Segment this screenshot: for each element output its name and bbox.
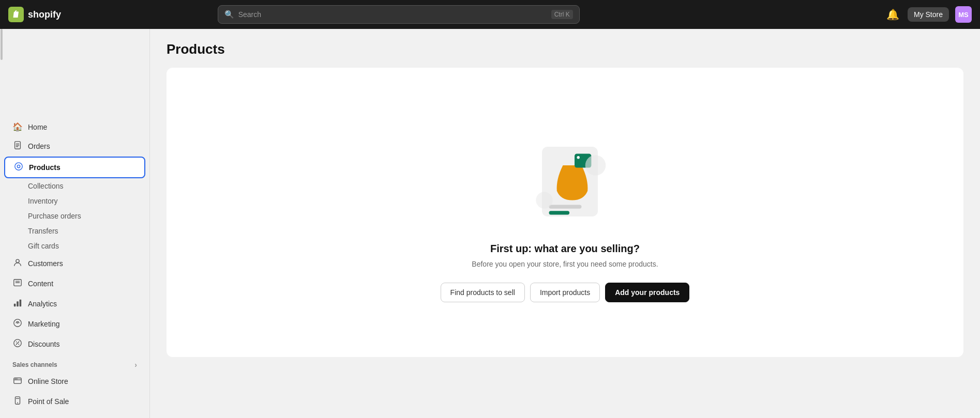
empty-state-actions: Find products to sell Import products Ad… [441,283,690,302]
svg-point-6 [17,165,20,167]
home-icon: 🏠 [12,122,23,132]
sidebar-item-orders-label: Orders [28,142,50,150]
search-input[interactable] [238,10,547,19]
sidebar-item-point-of-sale[interactable]: Point of Sale [4,392,145,411]
point-of-sale-icon [12,396,23,407]
svg-point-7 [16,259,19,262]
sales-channels-label: Sales channels [12,361,57,368]
empty-state-subtitle: Before you open your store, first you ne… [472,260,658,268]
search-container: 🔍 Ctrl K [218,5,580,24]
shopify-logo[interactable]: shopify [8,7,61,22]
empty-state-title: First up: what are you selling? [490,243,640,255]
svg-rect-29 [549,211,569,214]
products-icon [13,162,24,173]
sidebar-item-home[interactable]: 🏠 Home [4,118,145,136]
customers-icon [12,258,23,269]
svg-rect-12 [17,301,19,306]
top-navigation: shopify 🔍 Ctrl K 🔔 My Store MS [0,0,980,29]
svg-rect-28 [549,205,581,208]
sidebar-item-discounts[interactable]: Discounts [4,334,145,354]
analytics-icon [12,298,23,309]
marketing-icon [12,318,23,330]
sidebar-item-collections[interactable]: Collections [28,179,145,193]
sidebar-item-marketing-label: Marketing [28,320,59,328]
sidebar-item-products-label: Products [29,163,61,172]
sidebar-item-transfers[interactable]: Transfers [28,224,145,238]
sidebar-item-customers-label: Customers [28,259,63,268]
product-illustration [519,123,612,226]
search-bar[interactable]: 🔍 Ctrl K [218,5,580,24]
empty-state-card: First up: what are you selling? Before y… [167,68,963,357]
online-store-icon [12,376,23,387]
svg-point-30 [585,155,606,176]
search-icon: 🔍 [224,10,234,19]
sidebar-item-online-store-label: Online Store [28,377,68,385]
logo-text: shopify [28,9,61,20]
sidebar-item-home-label: Home [28,123,47,131]
sidebar-item-customers[interactable]: Customers [4,254,145,273]
svg-rect-19 [14,378,21,384]
svg-rect-11 [14,304,16,306]
svg-point-15 [17,322,19,324]
main-content: Products First up: what are you selling?… [150,29,980,418]
sidebar-item-marketing[interactable]: Marketing [4,314,145,334]
page-title: Products [167,41,963,57]
sidebar-item-inventory[interactable]: Inventory [28,194,145,208]
svg-point-20 [15,378,16,379]
import-products-button[interactable]: Import products [530,283,600,302]
sidebar: 🏠 Home Orders Products Collections Inven… [0,29,150,418]
search-shortcut: Ctrl K [551,10,573,19]
add-products-button[interactable]: Add your products [605,283,689,302]
svg-rect-13 [20,300,22,307]
discounts-icon [12,338,23,350]
avatar[interactable]: MS [955,6,972,23]
sidebar-nav: 🏠 Home Orders Products Collections Inven… [0,111,149,418]
store-name-button[interactable]: My Store [908,7,949,22]
chevron-right-icon: › [134,361,137,369]
sidebar-item-analytics-label: Analytics [28,300,57,308]
notifications-button[interactable]: 🔔 [884,6,901,23]
sales-channels-section: Sales channels › [0,354,149,371]
orders-icon [12,141,23,152]
topnav-right: 🔔 My Store MS [884,6,972,23]
svg-point-27 [577,156,579,159]
sidebar-item-products[interactable]: Products [4,157,145,178]
sidebar-item-content-label: Content [28,280,53,288]
sidebar-item-discounts-label: Discounts [28,340,59,348]
svg-point-17 [16,342,17,343]
products-submenu: Collections Inventory Purchase orders Tr… [0,179,149,253]
sidebar-item-orders[interactable]: Orders [4,136,145,156]
content-icon [12,278,23,289]
sidebar-item-content[interactable]: Content [4,274,145,293]
svg-point-21 [17,378,18,379]
main-layout: 🏠 Home Orders Products Collections Inven… [0,29,980,418]
svg-point-23 [17,402,18,404]
sidebar-item-online-store[interactable]: Online Store [4,371,145,391]
svg-point-5 [15,163,22,170]
svg-point-18 [18,344,19,345]
shopify-bag-icon [8,7,24,22]
sidebar-item-purchase-orders[interactable]: Purchase orders [28,209,145,223]
find-products-button[interactable]: Find products to sell [441,283,525,302]
sidebar-item-analytics[interactable]: Analytics [4,294,145,314]
sidebar-item-point-of-sale-label: Point of Sale [28,397,69,406]
svg-point-31 [536,192,552,208]
sidebar-item-gift-cards[interactable]: Gift cards [28,239,145,253]
